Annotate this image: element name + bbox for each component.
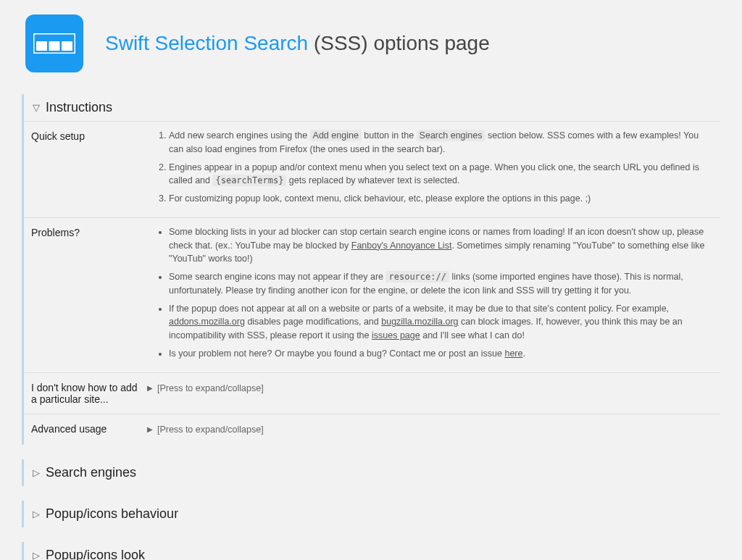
title-suffix: (SSS) options page xyxy=(308,32,490,54)
section-search-engines: ▷ Search engines xyxy=(22,459,720,486)
section-popup-behaviour: ▷ Popup/icons behaviour xyxy=(22,501,720,527)
problems-item-3: If the popup does not appear at all on a… xyxy=(169,302,706,343)
section-instructions: ▽ Instructions Quick setup Add new searc… xyxy=(22,94,720,445)
quick-setup-item-1: Add new search engines using the Add eng… xyxy=(169,129,706,156)
problems-item-1: Some blocking lists in your ad blocker c… xyxy=(169,225,706,266)
section-instructions-body: Quick setup Add new search engines using… xyxy=(24,121,720,445)
label-advanced: Advanced usage xyxy=(24,422,147,438)
section-popup-look-header[interactable]: ▷ Popup/icons look xyxy=(24,542,720,560)
add-site-expand[interactable]: ▶ [Press to expand/collapse] xyxy=(147,380,706,397)
section-search-engines-header[interactable]: ▷ Search engines xyxy=(24,459,720,486)
row-advanced: Advanced usage ▶ [Press to expand/collap… xyxy=(24,414,720,446)
section-popup-behaviour-title: Popup/icons behaviour xyxy=(46,506,178,522)
row-add-site: I don't know how to add a particular sit… xyxy=(24,373,720,414)
triangle-right-icon: ▷ xyxy=(33,509,40,519)
add-site-expand-text: [Press to expand/collapse] xyxy=(157,382,264,396)
section-popup-behaviour-header[interactable]: ▷ Popup/icons behaviour xyxy=(24,501,720,527)
issues-page-link[interactable]: issues page xyxy=(372,330,420,340)
label-quick-setup: Quick setup xyxy=(24,129,147,210)
here-link[interactable]: here xyxy=(504,348,522,359)
add-engine-ref: Add engine xyxy=(310,130,362,141)
advanced-expand-text: [Press to expand/collapse] xyxy=(157,423,264,437)
advanced-expand[interactable]: ▶ [Press to expand/collapse] xyxy=(147,422,706,438)
page-title: Swift Selection Search (SSS) options pag… xyxy=(105,32,490,55)
logo-icon xyxy=(33,33,75,54)
problems-item-4: Is your problem not here? Or maybe you f… xyxy=(169,347,706,361)
triangle-down-icon: ▽ xyxy=(33,102,40,113)
section-search-engines-title: Search engines xyxy=(46,465,136,480)
label-problems: Problems? xyxy=(24,225,147,365)
row-problems: Problems? Some blocking lists in your ad… xyxy=(24,218,720,373)
label-add-site: I don't know how to add a particular sit… xyxy=(24,380,147,406)
addons-link[interactable]: addons.mozilla.org xyxy=(169,317,245,327)
triangle-right-icon: ▶ xyxy=(147,383,153,393)
svg-rect-1 xyxy=(36,41,47,51)
row-quick-setup: Quick setup Add new search engines using… xyxy=(24,122,720,218)
bugzilla-link[interactable]: bugzilla.mozilla.org xyxy=(381,317,458,327)
section-popup-look-title: Popup/icons look xyxy=(46,548,145,560)
content-problems: Some blocking lists in your ad blocker c… xyxy=(147,225,720,365)
quick-setup-item-3: For customizing popup look, context menu… xyxy=(169,192,706,206)
section-instructions-header[interactable]: ▽ Instructions xyxy=(24,94,720,121)
section-popup-look: ▷ Popup/icons look xyxy=(22,542,720,560)
search-terms-code: {searchTerms} xyxy=(212,175,286,186)
svg-rect-2 xyxy=(49,41,60,51)
section-instructions-title: Instructions xyxy=(46,100,112,115)
quick-setup-item-2: Engines appear in a popup and/or context… xyxy=(169,161,706,188)
search-engines-ref: Search engines xyxy=(417,130,485,141)
resource-code: resource:// xyxy=(385,271,449,283)
triangle-right-icon: ▷ xyxy=(33,467,40,478)
app-logo xyxy=(25,14,83,72)
triangle-right-icon: ▷ xyxy=(33,550,40,560)
fanboy-link[interactable]: Fanboy's Annoyance List xyxy=(351,241,452,251)
svg-rect-3 xyxy=(62,41,72,51)
page-header: Swift Selection Search (SSS) options pag… xyxy=(25,14,720,72)
title-link[interactable]: Swift Selection Search xyxy=(105,32,308,54)
content-quick-setup: Add new search engines using the Add eng… xyxy=(147,129,720,210)
triangle-right-icon: ▶ xyxy=(147,424,153,435)
problems-item-2: Some search engine icons may not appear … xyxy=(169,270,706,298)
